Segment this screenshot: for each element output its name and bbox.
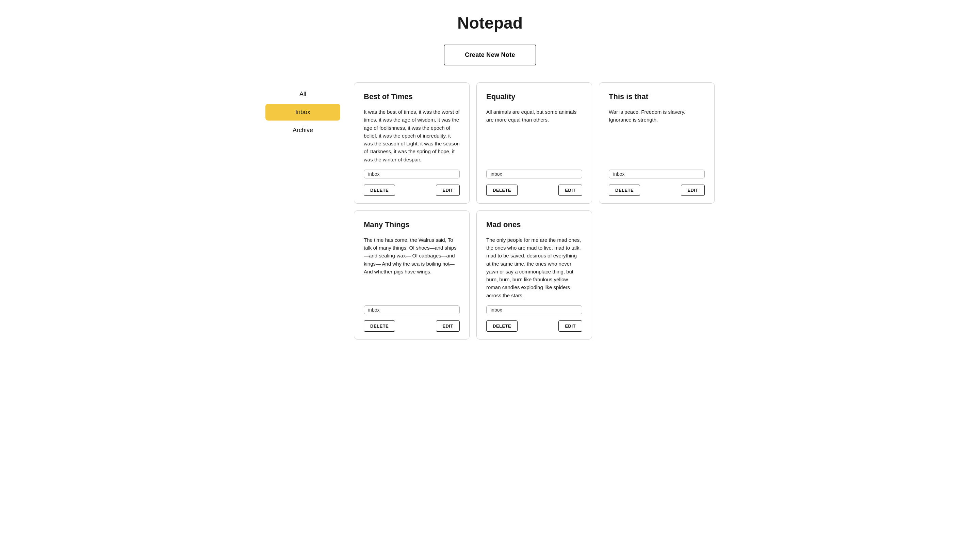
note-title-2: Equality	[486, 92, 582, 101]
note-card-5: Mad ones The only people for me are the …	[476, 211, 592, 340]
note-body-5: The only people for me are the mad ones,…	[486, 236, 582, 299]
delete-button-2[interactable]: DELETE	[486, 185, 517, 196]
note-card-2: Equality All animals are equal, but some…	[476, 82, 592, 204]
sidebar-item-all[interactable]: All	[266, 86, 340, 102]
edit-button-5[interactable]: EDIT	[558, 321, 582, 332]
note-tag-3: inbox	[609, 169, 705, 179]
note-actions-4: DELETE EDIT	[364, 321, 460, 332]
note-card-1: Best of Times It was the best of times, …	[354, 82, 469, 204]
note-actions-3: DELETE EDIT	[609, 185, 705, 196]
note-card-3: This is that War is peace. Freedom is sl…	[599, 82, 714, 204]
note-title-3: This is that	[609, 92, 705, 101]
delete-button-3[interactable]: DELETE	[609, 185, 640, 196]
create-note-button[interactable]: Create New Note	[444, 45, 536, 65]
page-title: Notepad	[266, 14, 714, 32]
edit-button-2[interactable]: EDIT	[558, 185, 582, 196]
note-title-5: Mad ones	[486, 220, 582, 229]
note-actions-5: DELETE EDIT	[486, 321, 582, 332]
note-title-1: Best of Times	[364, 92, 460, 101]
note-tag-5: inbox	[486, 305, 582, 314]
note-body-1: It was the best of times, it was the wor…	[364, 108, 460, 163]
empty-card	[599, 211, 714, 340]
note-actions-1: DELETE EDIT	[364, 185, 460, 196]
sidebar: AllInboxArchive	[266, 82, 340, 139]
note-body-3: War is peace. Freedom is slavery. Ignora…	[609, 108, 705, 163]
delete-button-1[interactable]: DELETE	[364, 185, 395, 196]
note-actions-2: DELETE EDIT	[486, 185, 582, 196]
note-card-4: Many Things The time has come, the Walru…	[354, 211, 469, 340]
delete-button-5[interactable]: DELETE	[486, 321, 517, 332]
sidebar-item-inbox[interactable]: Inbox	[266, 104, 340, 121]
delete-button-4[interactable]: DELETE	[364, 321, 395, 332]
note-tag-4: inbox	[364, 305, 460, 314]
note-title-4: Many Things	[364, 220, 460, 229]
edit-button-1[interactable]: EDIT	[436, 185, 460, 196]
note-body-2: All animals are equal, but some animals …	[486, 108, 582, 163]
note-tag-1: inbox	[364, 169, 460, 179]
note-tag-2: inbox	[486, 169, 582, 179]
note-body-4: The time has come, the Walrus said, To t…	[364, 236, 460, 299]
edit-button-3[interactable]: EDIT	[681, 185, 705, 196]
edit-button-4[interactable]: EDIT	[436, 321, 460, 332]
sidebar-item-archive[interactable]: Archive	[266, 122, 340, 139]
notes-grid: Best of Times It was the best of times, …	[354, 82, 714, 340]
